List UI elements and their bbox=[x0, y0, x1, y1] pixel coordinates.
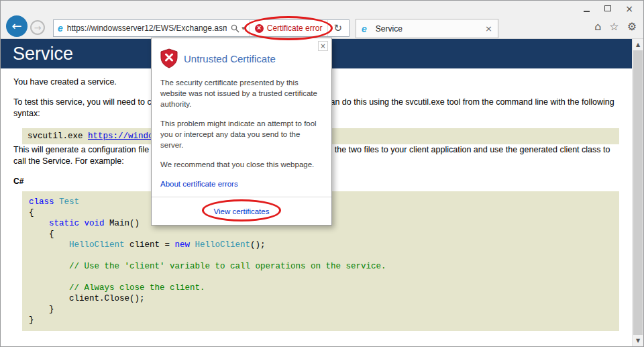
window-titlebar: × bbox=[1, 1, 643, 17]
vertical-scrollbar[interactable]: ▲ ▼ bbox=[632, 39, 643, 346]
browser-toolbar: ⌂ ☆ ⚙ bbox=[594, 21, 637, 32]
caret-down-icon: ▾ bbox=[241, 25, 245, 32]
minimize-icon bbox=[584, 11, 590, 12]
scroll-up-button[interactable]: ▲ bbox=[633, 39, 643, 50]
minimize-button[interactable] bbox=[578, 3, 595, 14]
close-icon: × bbox=[625, 4, 633, 13]
tab-service[interactable]: e Service × bbox=[356, 19, 498, 38]
back-arrow-icon: ← bbox=[11, 20, 21, 32]
address-bar[interactable]: e https://windowsserver12/EWS/Exchange.a… bbox=[53, 19, 350, 37]
dialog-body: Untrusted Certificate The security certi… bbox=[152, 38, 331, 197]
tab-close-button[interactable]: × bbox=[485, 24, 492, 33]
favorites-button[interactable]: ☆ bbox=[609, 21, 619, 32]
dialog-header: Untrusted Certificate bbox=[160, 48, 321, 68]
ie-site-icon: e bbox=[58, 23, 63, 33]
maximize-icon bbox=[604, 5, 611, 11]
scroll-down-button[interactable]: ▼ bbox=[633, 335, 643, 346]
search-button[interactable]: ▾ bbox=[227, 24, 249, 33]
scrollbar-thumb[interactable] bbox=[633, 50, 643, 335]
url-text[interactable]: https://windowsserver12/EWS/Exchange.asm… bbox=[67, 23, 227, 33]
dialog-paragraph: This problem might indicate an attempt t… bbox=[160, 118, 321, 150]
tab-favicon: e bbox=[362, 24, 367, 34]
about-certificate-errors-link[interactable]: About certificate errors bbox=[160, 180, 238, 188]
search-icon bbox=[231, 24, 239, 33]
dialog-close-icon: × bbox=[320, 43, 325, 50]
home-button[interactable]: ⌂ bbox=[594, 21, 601, 32]
maximize-button[interactable] bbox=[599, 3, 616, 14]
untrusted-certificate-dialog: × Untrusted Certificate The security cer… bbox=[151, 38, 332, 226]
dialog-close-button[interactable]: × bbox=[318, 41, 328, 51]
tab-title: Service bbox=[376, 24, 480, 34]
forward-arrow-icon: → bbox=[34, 23, 42, 32]
browser-window: × ← → e https://windowsserver12/EWS/Exch… bbox=[0, 0, 644, 347]
page-title: Service bbox=[13, 44, 73, 64]
browser-navbar: ← → e https://windowsserver12/EWS/Exchan… bbox=[1, 17, 643, 39]
dialog-paragraph: The security certificate presented by th… bbox=[160, 77, 321, 109]
certificate-error-icon: × bbox=[255, 24, 264, 33]
back-button[interactable]: ← bbox=[6, 15, 28, 37]
close-window-button[interactable]: × bbox=[621, 3, 638, 14]
certificate-error-label: Certificate error bbox=[267, 23, 323, 33]
settings-button[interactable]: ⚙ bbox=[627, 21, 637, 32]
certificate-error-button[interactable]: × Certificate error bbox=[249, 20, 328, 36]
dialog-title: Untrusted Certificate bbox=[184, 53, 276, 64]
svcutil-command-text: svcutil.exe bbox=[28, 132, 88, 141]
view-certificates-link[interactable]: View certificates bbox=[214, 207, 270, 215]
window-controls: × bbox=[578, 3, 638, 14]
dialog-paragraph: We recommend that you close this webpage… bbox=[160, 159, 321, 170]
dialog-footer: View certificates bbox=[152, 197, 331, 225]
shield-error-icon bbox=[160, 48, 178, 68]
refresh-button[interactable]: ↻ bbox=[327, 20, 345, 36]
forward-button[interactable]: → bbox=[30, 20, 45, 35]
